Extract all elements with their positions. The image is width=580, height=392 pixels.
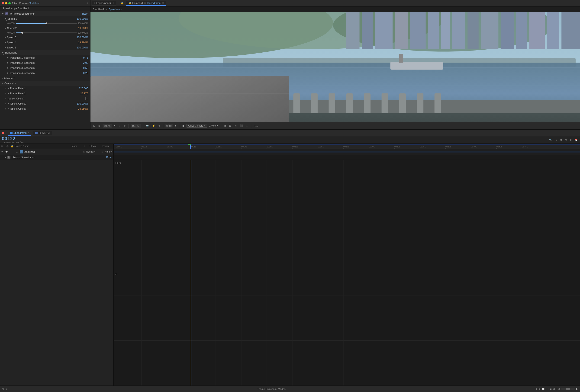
prolost-collapse-icon[interactable]	[2, 13, 4, 14]
timeline-ctrl3[interactable]: ◎	[564, 138, 568, 142]
transparency-btn[interactable]: ◫	[245, 124, 249, 127]
transition4-value[interactable]: 0.25	[72, 72, 88, 74]
snap-btn[interactable]: ✛	[123, 124, 127, 127]
fudge-icon[interactable]: ▶	[8, 103, 9, 104]
show-snapshot-btn[interactable]: ◷	[234, 124, 238, 127]
render-btn[interactable]: ⧉	[223, 124, 227, 128]
trim-btn[interactable]: ⬛	[239, 124, 244, 127]
footer-right-btn3[interactable]: 🔲	[542, 388, 545, 390]
framerate1-icon[interactable]: ▶	[8, 87, 9, 89]
timeline-ctrl4[interactable]: ⊕	[569, 138, 573, 142]
stabilized-tab[interactable]: Stabilized	[33, 131, 52, 135]
stabilized-tab-label[interactable]: Stabilized	[38, 132, 50, 134]
result-stopwatch[interactable]: ⏱	[5, 108, 6, 110]
transition3-icon[interactable]: ▶	[7, 67, 8, 69]
speed1-track[interactable]	[16, 23, 77, 24]
speed2-value[interactable]: 19.980%	[72, 27, 88, 29]
layer-tab-label[interactable]: Layer (none)	[96, 2, 111, 4]
result-icon[interactable]: ▶	[8, 108, 9, 110]
grid-btn[interactable]: ⊞	[97, 124, 101, 127]
transitions-collapse-icon[interactable]: ▼	[2, 52, 4, 53]
timeline-close-dot[interactable]	[2, 132, 4, 134]
timeline-ctrl5[interactable]: 📅	[574, 138, 578, 142]
footer-btn2[interactable]: ⧖	[6, 388, 7, 390]
speed3-icon[interactable]: ▶	[5, 36, 6, 38]
framerate1-value[interactable]: 120.000	[72, 87, 88, 90]
framerate2-value[interactable]: 23.976	[72, 92, 88, 95]
close-dot[interactable]	[2, 2, 4, 4]
composition-tab[interactable]: 🔒 Composition Speedramp ≡	[126, 1, 166, 6]
advanced-icon[interactable]: ▶	[2, 77, 3, 79]
snapshot-btn[interactable]: 🎞	[228, 124, 232, 127]
exposure-display[interactable]: +0.0	[253, 124, 259, 127]
framerate2-stopwatch[interactable]: ⏱	[5, 93, 6, 94]
layer-tab[interactable]: × Layer (none) ×	[92, 1, 116, 5]
breadcrumb-parent[interactable]: Stabilized	[93, 8, 104, 11]
zoom-display[interactable]: 100%	[103, 124, 112, 128]
speed2-track[interactable]	[16, 32, 77, 33]
speed5-value[interactable]: 100.000%	[72, 46, 88, 49]
speed1-expand-icon[interactable]: ▼	[5, 18, 6, 19]
views-btn[interactable]: 1 View▾	[208, 124, 219, 127]
quality-dropdown-btn[interactable]: ▾	[174, 124, 177, 127]
search-btn[interactable]: 🔍	[548, 138, 553, 142]
result-value[interactable]: 19.980%	[72, 107, 88, 110]
minimize-dot[interactable]	[5, 2, 7, 4]
timeline-ctrl2[interactable]: ⚙	[559, 138, 563, 142]
maximize-dot[interactable]	[8, 2, 11, 4]
sublayer-reset-btn[interactable]: Reset	[106, 156, 112, 159]
speedramp-tab-menu[interactable]: ≡	[28, 132, 29, 134]
speed1-value[interactable]: 100.000%	[72, 17, 88, 20]
layer1-expand-icon[interactable]: ▼	[1, 150, 4, 153]
scroll-left-btn[interactable]: ◀	[558, 388, 560, 390]
fudge-value[interactable]: 100.000%	[72, 102, 88, 105]
speedramp-tab[interactable]: Speedramp ≡	[8, 130, 31, 136]
breadcrumb-current[interactable]: Speedramp	[109, 8, 122, 11]
timeline-ctrl1[interactable]: ⧖	[555, 138, 558, 142]
transition1-value[interactable]: 0.75	[72, 56, 88, 59]
camera-btn[interactable]: 📷	[145, 124, 150, 127]
active-camera-btn[interactable]: Active Camera ▾	[186, 124, 207, 128]
draft-btn[interactable]: ◈	[157, 124, 161, 127]
close-icon[interactable]: ×	[94, 2, 95, 4]
transition4-icon[interactable]: ▶	[7, 72, 8, 74]
sublayer-expand-icon[interactable]: ▶	[5, 156, 6, 158]
composition-tab-label[interactable]: Composition	[132, 2, 146, 4]
transition3-value[interactable]: 0.50	[72, 67, 88, 69]
prolost-reset-button[interactable]: Reset	[82, 12, 88, 15]
transition2-value[interactable]: 2.00	[72, 61, 88, 64]
speed1-thumb[interactable]	[45, 22, 47, 24]
speed4-value[interactable]: 19.980%	[72, 41, 88, 44]
lock-icon[interactable]: 🔒	[121, 2, 124, 4]
calculator-collapse-icon[interactable]: ▼	[2, 83, 3, 84]
timeline-ruler[interactable]: 00051 00076 00101 00126 00151 00176	[114, 144, 580, 149]
timecode-large[interactable]: 00122	[2, 136, 23, 141]
scroll-right-btn[interactable]: ▶	[576, 388, 578, 390]
transition1-icon[interactable]: ▶	[7, 57, 8, 59]
framerate2-icon[interactable]: ▶	[8, 93, 9, 94]
effect-controls-menu[interactable]: ≡	[87, 2, 88, 5]
footer-right-btn6[interactable]: ⊞	[553, 388, 555, 390]
layer-tab-close[interactable]: ×	[113, 2, 114, 4]
footer-right-btn5[interactable]: ⧄	[550, 388, 552, 390]
composition-tab-menu[interactable]: ≡	[162, 2, 164, 4]
speed2-expand-icon[interactable]: ▼	[5, 27, 6, 29]
layer1-mode-dropdown[interactable]: Normal ▾	[86, 150, 95, 153]
footer-right-btn1[interactable]: ⊕	[536, 388, 537, 390]
transition2-icon[interactable]: ▶	[7, 62, 8, 64]
layer1-motion-blur[interactable]: ◎	[83, 150, 85, 153]
comp-lock-icon[interactable]: 🔒	[129, 2, 131, 4]
speed5-icon[interactable]: ▶	[5, 47, 6, 48]
region-of-interest-btn[interactable]: ⊟	[92, 124, 96, 127]
fit-btn[interactable]: ⤢	[118, 124, 121, 127]
speed4-icon[interactable]: ▶	[5, 41, 6, 43]
channels-btn[interactable]: ◼	[181, 124, 185, 127]
invert-stopwatch[interactable]: ⏱	[5, 98, 6, 99]
layer1-eye-icon[interactable]: 👁	[5, 150, 8, 153]
speed3-value[interactable]: 100.000%	[72, 36, 88, 39]
footer-right-btn2[interactable]: ⧉	[539, 388, 540, 390]
fudge-stopwatch[interactable]: ⏱	[5, 103, 6, 104]
footer-btn1[interactable]: ◎	[2, 388, 4, 390]
layer1-parent-dropdown[interactable]: None ▾	[105, 150, 112, 153]
toggle-switches-btn[interactable]: Toggle Switches / Modes	[257, 388, 286, 390]
